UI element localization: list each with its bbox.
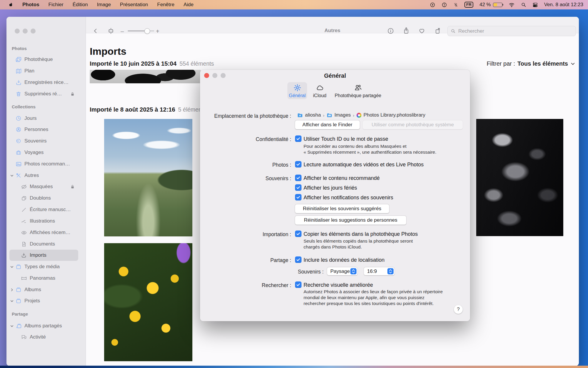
sidebar-item-enregistrees[interactable]: Enregistrées réce… [9, 77, 78, 88]
help-button[interactable]: ? [454, 305, 463, 314]
sidebar-item-imports[interactable]: Imports [9, 250, 78, 261]
sidebar-item-phototheque[interactable]: Photothèque [9, 54, 78, 65]
copy-items-checkbox-label[interactable]: Copier les éléments dans la photothèque … [304, 231, 418, 237]
reset-suggested-memories-button[interactable]: Réinitialiser les souvenirs suggérés [295, 204, 389, 213]
sidebar-item-albums[interactable]: Albums [9, 284, 78, 295]
minimize-window-button[interactable] [23, 29, 28, 34]
menu-fichier[interactable]: Fichier [49, 2, 64, 8]
recommended-checkbox[interactable] [295, 175, 302, 181]
favorite-heart-icon[interactable] [418, 27, 425, 34]
touch-id-checkbox-label[interactable]: Utiliser Touch ID ou le mot de passe [304, 136, 388, 142]
share-icon[interactable] [403, 27, 410, 34]
sidebar-item-projets[interactable]: Projets [9, 295, 78, 306]
chevron-right-icon[interactable] [9, 288, 14, 292]
sidebar-item-types-de-media[interactable]: Types de média [9, 261, 78, 272]
show-in-finder-button[interactable]: Afficher dans le Finder [295, 120, 360, 129]
sidebar-item-documents[interactable]: Documents [9, 238, 78, 250]
path-images[interactable]: Images [334, 112, 351, 118]
search-input[interactable] [458, 28, 573, 34]
menu-aide[interactable]: Aide [184, 2, 194, 8]
aspect-zoom-icon[interactable] [107, 27, 115, 35]
chevron-down-icon[interactable] [9, 265, 14, 269]
copy-items-checkbox[interactable] [295, 231, 302, 237]
sidebar-item-plan[interactable]: Plan [9, 65, 78, 77]
sidebar-item-albums-partages[interactable]: Albums partagés [9, 320, 78, 331]
memory-notifications-checkbox[interactable] [295, 194, 302, 200]
photo-thumbnail-landscape[interactable] [104, 119, 192, 236]
tab-icloud[interactable]: iCloud [311, 84, 329, 98]
chevron-down-icon[interactable] [9, 299, 14, 303]
menu-bar-clock[interactable]: Ven. 8 août 12:23 [544, 2, 583, 8]
path-user[interactable]: aliosha [305, 112, 321, 118]
sidebar-item-ecriture-manuscrite[interactable]: Écriture manusc… [9, 204, 78, 215]
include-location-checkbox[interactable] [295, 256, 302, 263]
zoom-out-button[interactable]: – [121, 28, 124, 35]
photo-thumbnail-flowers[interactable] [104, 243, 192, 361]
sidebar-item-panoramas[interactable]: Panoramas [9, 273, 78, 284]
holidays-checkbox[interactable] [295, 184, 302, 191]
holidays-checkbox-label[interactable]: Afficher les jours fériés [304, 185, 357, 191]
sidebar-item-supprimees[interactable]: Supprimées ré… [9, 88, 78, 100]
info-icon[interactable] [387, 27, 394, 34]
menu-bar: Photos Fichier Édition Image Présentatio… [0, 0, 588, 9]
aspect-ratio-popup[interactable]: 16:9 [364, 267, 394, 275]
menu-presentation[interactable]: Présentation [120, 2, 148, 8]
autoplay-checkbox[interactable] [295, 161, 302, 168]
sidebar-item-autres[interactable]: Autres [9, 170, 78, 181]
input-source-badge[interactable]: FR [464, 2, 473, 8]
sidebar-item-activite[interactable]: Activité [9, 331, 78, 343]
reset-people-suggestions-button[interactable]: Réinitialiser les suggestions de personn… [295, 216, 406, 225]
path-library[interactable]: Photos Library.photoslibrary [364, 112, 425, 118]
sidebar-item-photos-recommandees[interactable]: Photos recomman… [9, 158, 78, 170]
rotate-icon[interactable] [434, 27, 441, 35]
menu-edition[interactable]: Édition [73, 2, 88, 8]
wifi-icon[interactable] [509, 2, 515, 7]
alert-circle-icon[interactable] [442, 2, 447, 8]
sidebar-item-doublons[interactable]: Doublons [9, 193, 78, 204]
sidebar-item-jours[interactable]: Jours [9, 113, 78, 124]
include-location-checkbox-label[interactable]: Inclure les données de localisation [304, 257, 384, 263]
recently-viewed-eye-icon [20, 230, 28, 236]
chevron-down-icon[interactable] [9, 174, 14, 178]
sidebar-item-souvenirs[interactable]: Souvenirs [9, 135, 78, 147]
memory-notifications-checkbox-label[interactable]: Afficher les notifications des souvenirs [304, 195, 393, 201]
map-icon [15, 68, 22, 74]
enhanced-visual-search-checkbox[interactable] [295, 281, 302, 288]
sharing-memories-label: Souvenirs : [232, 269, 324, 275]
sidebar-item-voyages[interactable]: Voyages [9, 147, 78, 158]
battery-status[interactable]: 42 % [479, 2, 502, 8]
filter-control[interactable]: Filtrer par : Tous les éléments [487, 60, 575, 67]
tab-phototheque-partagee[interactable]: Photothèque partagée [333, 84, 383, 98]
photo-thumbnail-bw-cow[interactable] [90, 70, 201, 83]
thumbnail-size-slider[interactable] [128, 30, 154, 32]
touch-id-checkbox[interactable] [295, 135, 302, 142]
tab-general[interactable]: Général [287, 84, 307, 98]
back-button[interactable] [92, 27, 99, 34]
sidebar-item-masquees[interactable]: Masquées [9, 181, 78, 192]
apple-menu-icon[interactable] [8, 2, 13, 8]
menu-photos[interactable]: Photos [22, 2, 39, 8]
recommended-checkbox-label[interactable]: Afficher le contenu recommandé [304, 175, 380, 181]
menu-fenetre[interactable]: Fenêtre [157, 2, 174, 8]
battery-percent: 42 % [479, 2, 491, 8]
photo-thumbnail-dark-texture[interactable] [476, 119, 563, 236]
orientation-popup[interactable]: Paysage [327, 267, 357, 275]
sidebar-item-affichees-recemment[interactable]: Affichées récem… [9, 227, 78, 238]
bluetooth-off-icon[interactable] [453, 2, 458, 8]
sidebar-item-illustrations[interactable]: Illustrations [9, 216, 78, 227]
enhanced-visual-search-checkbox-label[interactable]: Recherche visuelle améliorée [304, 282, 373, 288]
chevron-down-icon[interactable] [9, 324, 14, 328]
control-center-icon[interactable] [532, 2, 538, 7]
autoplay-checkbox-label[interactable]: Lecture automatique des vidéos et des Li… [304, 162, 424, 168]
duplicates-icon [20, 195, 28, 201]
zoom-in-button[interactable]: + [156, 28, 159, 35]
close-window-button[interactable] [15, 29, 20, 34]
search-field[interactable] [447, 26, 576, 36]
zoom-window-button[interactable] [31, 29, 36, 34]
menu-image[interactable]: Image [97, 2, 111, 8]
sidebar-item-personnes[interactable]: Personnes [9, 124, 78, 135]
play-circle-icon[interactable] [430, 2, 435, 8]
dialog-title: Général [200, 72, 470, 79]
slider-knob[interactable] [144, 28, 150, 34]
spotlight-search-icon[interactable] [521, 2, 526, 7]
